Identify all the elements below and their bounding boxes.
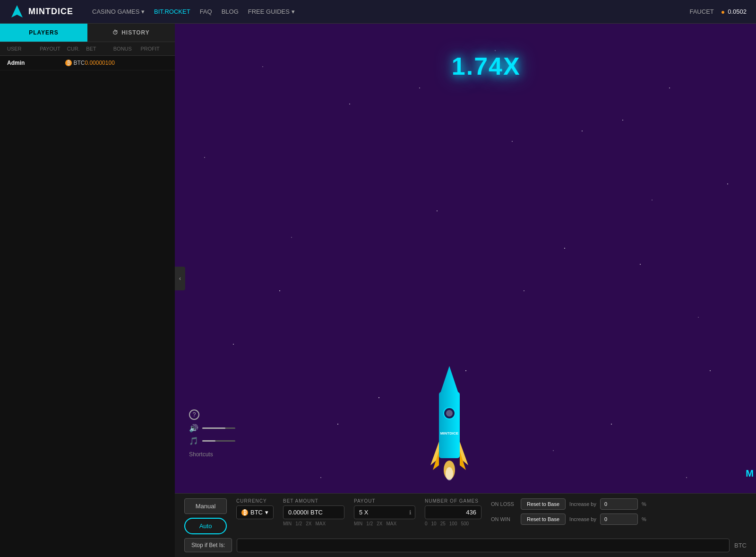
sound-row: 🔊 bbox=[189, 424, 235, 433]
row-cur: ₿ BTC bbox=[65, 60, 85, 66]
help-button[interactable]: ? bbox=[189, 409, 199, 420]
multiplier-display: 1.74X bbox=[452, 52, 521, 80]
row-user: Admin bbox=[7, 60, 39, 66]
col-header-cur: CUR. bbox=[67, 46, 86, 52]
mode-buttons: Manual Auto bbox=[184, 498, 227, 534]
bet-amount-label: BET AMOUNT bbox=[283, 498, 344, 504]
on-loss-increase-input[interactable] bbox=[600, 498, 638, 510]
on-win-label: ON WIN bbox=[491, 516, 517, 522]
bet-min-btn[interactable]: MIN bbox=[283, 521, 292, 526]
nav-casino-games[interactable]: CASINO GAMES bbox=[92, 8, 145, 15]
logo-area: MINTDICE bbox=[0, 4, 83, 19]
on-win-reset-button[interactable]: Reset to Base bbox=[521, 513, 566, 525]
on-win-increase-label: Increase by bbox=[569, 516, 596, 522]
num-games-input[interactable] bbox=[425, 505, 481, 519]
num-games-hints: 0 10 25 100 500 bbox=[425, 521, 481, 526]
top-nav: MINTDICE CASINO GAMES BIT.ROCKET FAQ BLO… bbox=[0, 0, 756, 24]
left-panel: PLAYERS ⏱ HISTORY USER PAYOUT CUR. BET B… bbox=[0, 24, 175, 557]
rocket-svg: MINTDICE bbox=[430, 366, 468, 484]
currency-selector[interactable]: ₿ BTC ▾ bbox=[236, 505, 274, 519]
payout-hints: MIN 1/2 2X MAX bbox=[354, 521, 415, 526]
stop-bet-row: Stop if Bet Is: BTC bbox=[184, 538, 747, 552]
tab-players[interactable]: PLAYERS bbox=[0, 24, 87, 42]
svg-rect-2 bbox=[439, 392, 460, 458]
col-header-profit: PROFIT bbox=[140, 46, 168, 52]
on-win-increase-input[interactable] bbox=[600, 513, 638, 525]
btc-icon: ₿ bbox=[65, 60, 72, 66]
currency-group: CURRENCY ₿ BTC ▾ bbox=[236, 498, 274, 519]
svg-marker-0 bbox=[11, 5, 23, 17]
currency-label: CURRENCY bbox=[236, 498, 274, 504]
col-header-payout: PAYOUT bbox=[40, 46, 67, 52]
controls-row: Manual Auto CURRENCY ₿ BTC ▾ BET AMOUNT … bbox=[184, 498, 747, 534]
col-header-bonus: BONUS bbox=[113, 46, 141, 52]
on-loss-increase-label: Increase by bbox=[569, 501, 596, 507]
logo-text: MINTDICE bbox=[28, 7, 73, 17]
on-win-percent-sign: % bbox=[642, 516, 646, 522]
on-loss-row: ON LOSS Reset to Base Increase by % bbox=[491, 498, 646, 510]
games-0-btn[interactable]: 0 bbox=[425, 521, 428, 526]
on-loss-label: ON LOSS bbox=[491, 501, 517, 507]
row-bet: 0.00000100 bbox=[85, 60, 114, 66]
on-section: ON LOSS Reset to Base Increase by % ON W… bbox=[491, 498, 646, 525]
bitcoin-icon: ● bbox=[721, 8, 725, 16]
games-500-btn[interactable]: 500 bbox=[461, 521, 469, 526]
nav-blog[interactable]: BLOG bbox=[222, 8, 239, 15]
payout-label: PAYOUT bbox=[354, 498, 415, 504]
btc-selector-icon: ₿ bbox=[241, 509, 248, 516]
nav-right: FAUCET ● 0.0502 bbox=[689, 8, 756, 16]
music-icon: 🎵 bbox=[189, 436, 198, 445]
tab-history[interactable]: ⏱ HISTORY bbox=[87, 24, 175, 42]
payout-max-btn[interactable]: MAX bbox=[386, 521, 396, 526]
stop-currency: BTC bbox=[734, 542, 747, 549]
on-loss-reset-button[interactable]: Reset to Base bbox=[521, 498, 566, 510]
svg-point-11 bbox=[446, 467, 453, 480]
bet-half-btn[interactable]: 1/2 bbox=[295, 521, 302, 526]
manual-button[interactable]: Manual bbox=[184, 498, 227, 514]
num-games-label: NUMBER OF GAMES bbox=[425, 498, 481, 504]
music-slider[interactable] bbox=[202, 440, 235, 442]
table-row: Admin ₿ BTC 0.00000100 bbox=[0, 56, 175, 70]
balance-area: ● 0.0502 bbox=[721, 8, 747, 16]
payout-info-icon[interactable]: ℹ bbox=[409, 509, 412, 516]
sound-slider[interactable] bbox=[202, 427, 235, 429]
col-header-bet: BET bbox=[86, 46, 113, 52]
payout-half-btn[interactable]: 1/2 bbox=[366, 521, 373, 526]
game-area: 1.74X MIN bbox=[175, 24, 756, 557]
games-100-btn[interactable]: 100 bbox=[449, 521, 457, 526]
stop-if-bet-button[interactable]: Stop if Bet Is: bbox=[184, 538, 232, 552]
music-row: 🎵 bbox=[189, 436, 235, 445]
svg-marker-1 bbox=[440, 366, 459, 394]
media-controls: ? 🔊 🎵 Shortcuts bbox=[189, 409, 235, 458]
currency-dropdown-icon: ▾ bbox=[265, 509, 268, 516]
payout-double-btn[interactable]: 2X bbox=[377, 521, 382, 526]
payout-group: PAYOUT ℹ MIN 1/2 2X MAX bbox=[354, 498, 415, 526]
shortcuts-label[interactable]: Shortcuts bbox=[189, 451, 235, 458]
payout-input[interactable] bbox=[354, 505, 415, 519]
bet-hints: MIN 1/2 2X MAX bbox=[283, 521, 344, 526]
faucet-button[interactable]: FAUCET bbox=[689, 8, 713, 15]
stop-bet-input[interactable] bbox=[237, 539, 730, 552]
num-games-group: NUMBER OF GAMES 0 10 25 100 500 bbox=[425, 498, 481, 526]
col-header-user: USER bbox=[7, 46, 40, 52]
currency-value: BTC bbox=[250, 509, 263, 516]
sound-icon: 🔊 bbox=[189, 424, 198, 433]
rocket-area: MINTDICE bbox=[430, 366, 468, 486]
auto-button[interactable]: Auto bbox=[184, 518, 227, 534]
panel-header: USER PAYOUT CUR. BET BONUS PROFIT bbox=[0, 42, 175, 56]
nav-faq[interactable]: FAQ bbox=[200, 8, 212, 15]
live-m-button[interactable]: M bbox=[746, 468, 754, 479]
logo-icon bbox=[9, 4, 25, 19]
bet-double-btn[interactable]: 2X bbox=[306, 521, 311, 526]
payout-min-btn[interactable]: MIN bbox=[354, 521, 362, 526]
on-win-row: ON WIN Reset to Base Increase by % bbox=[491, 513, 646, 525]
bet-amount-input[interactable] bbox=[283, 505, 344, 519]
bottom-controls: Manual Auto CURRENCY ₿ BTC ▾ BET AMOUNT … bbox=[175, 493, 756, 557]
games-25-btn[interactable]: 25 bbox=[440, 521, 446, 526]
games-10-btn[interactable]: 10 bbox=[431, 521, 437, 526]
bet-max-btn[interactable]: MAX bbox=[315, 521, 326, 526]
nav-free-guides[interactable]: FREE GUIDES bbox=[248, 8, 295, 15]
collapse-panel-button[interactable]: ‹ bbox=[175, 267, 185, 290]
nav-bitrocket[interactable]: BIT.ROCKET bbox=[154, 8, 190, 15]
svg-text:MINTDICE: MINTDICE bbox=[440, 431, 459, 435]
